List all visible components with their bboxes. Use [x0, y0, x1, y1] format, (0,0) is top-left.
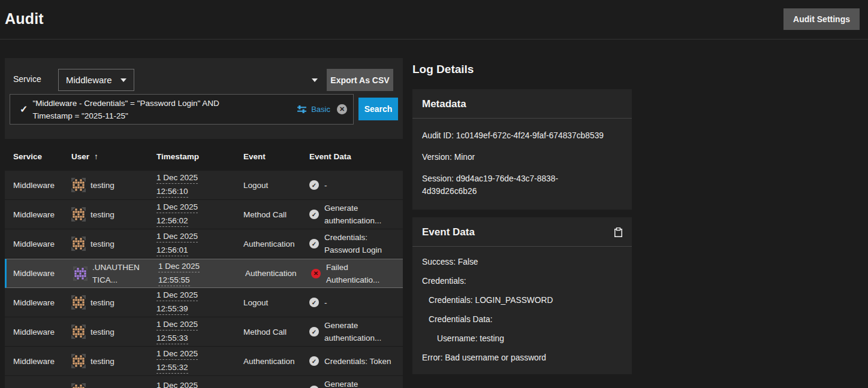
cell-timestamp: 1 Dec 2025 12:56:01 — [156, 230, 243, 257]
user-name: testing — [91, 208, 141, 221]
table-row[interactable]: Middleware testing 1 Dec 2025 12:56:01 A… — [5, 229, 403, 259]
cell-user: testing — [71, 354, 156, 368]
status-icon: ✓ — [309, 327, 319, 337]
event-data-text: Credentials: Token — [324, 355, 391, 368]
table-row[interactable]: Middleware testing 1 Dec 2025 12:55:32 A… — [5, 347, 403, 376]
table-row[interactable]: Middleware testing 1 Dec 2025 12:56:02 M… — [5, 200, 403, 229]
timestamp-time[interactable]: 12:56:01 — [156, 245, 188, 256]
timestamp-date[interactable]: 1 Dec 2025 — [156, 231, 198, 242]
cell-service: Middleware — [7, 269, 73, 278]
cell-event: Authentication — [243, 238, 309, 250]
cell-event-data: ✕ Failed Authenticatio... — [311, 261, 403, 286]
table-row[interactable]: Middleware testing 1 Dec 2025 12:55:39 L… — [5, 288, 403, 317]
table-row[interactable]: Middleware testing 1 Dec 2025 12:55:33 M… — [5, 317, 403, 347]
event-data-body: Success: FalseCredentials:Credentials: L… — [412, 247, 632, 374]
metadata-audit-id: Audit ID: 1c0149ef-672c-4f24-9faf-674837… — [422, 129, 622, 142]
timestamp-time[interactable]: 12:56:02 — [156, 216, 188, 227]
column-header-service[interactable]: Service — [5, 152, 71, 161]
query-valid-check-icon: ✓ — [20, 104, 28, 115]
column-header-user[interactable]: User ↑ — [71, 152, 156, 161]
table-header-row: Service User ↑ Timestamp Event Event Dat… — [5, 143, 403, 171]
search-button[interactable]: Search — [358, 98, 398, 120]
metadata-session: Session: d9d4ac19-76de-43c7-8838-4d39d26… — [422, 172, 591, 198]
service-select-value: Middleware — [66, 75, 112, 85]
column-header-event[interactable]: Event — [243, 150, 309, 163]
timestamp-date[interactable]: 1 Dec 2025 — [156, 202, 198, 213]
status-icon: ✓ — [309, 180, 319, 190]
service-select[interactable]: Middleware — [58, 69, 134, 91]
timestamp-date[interactable]: 1 Dec 2025 — [156, 290, 198, 301]
event-data-line: Error: Bad username or password — [422, 353, 622, 362]
user-identicon-icon — [71, 207, 86, 222]
cell-service: Middleware — [5, 328, 71, 337]
metadata-title: Metadata — [422, 98, 466, 110]
cell-event: Method Call — [243, 208, 309, 221]
column-header-event-data[interactable]: Event Data — [309, 152, 403, 161]
table-body: Middleware testing 1 Dec 2025 12:56:10 L… — [5, 171, 403, 388]
log-details-title: Log Details — [412, 63, 632, 76]
audit-settings-button[interactable]: Audit Settings — [783, 8, 860, 30]
cell-event-data: ✓ Credentials: Token — [309, 355, 403, 368]
settings-adjust-icon[interactable] — [297, 104, 307, 114]
export-csv-button[interactable]: Export As CSV — [327, 69, 393, 91]
query-mode-toggle[interactable]: Basic — [311, 105, 330, 114]
timestamp-time[interactable]: 12:55:55 — [158, 275, 190, 286]
chevron-down-icon — [120, 78, 126, 82]
cell-service: Middleware — [5, 386, 71, 388]
cell-user: testing — [71, 178, 156, 192]
timestamp-date[interactable]: 1 Dec 2025 — [156, 172, 198, 184]
page-title: Audit — [5, 10, 44, 28]
event-data-text: Generate authentication... — [324, 319, 395, 344]
cell-service: Middleware — [5, 210, 71, 219]
cell-event: Method Call — [243, 326, 309, 338]
user-identicon-icon — [71, 325, 86, 339]
cell-event: Logout — [243, 179, 309, 192]
status-icon: ✓ — [309, 356, 319, 366]
log-details-panel: Log Details Metadata Audit ID: 1c0149ef-… — [412, 63, 632, 382]
table-row[interactable]: Middleware .UNAUTHENTICA... 1 Dec 2025 1… — [5, 259, 403, 288]
cell-event-data: ✓ Generate authentication... — [309, 378, 403, 388]
timestamp-time[interactable]: 12:55:33 — [156, 333, 188, 344]
status-icon: ✓ — [309, 386, 319, 388]
secondary-filter-select[interactable] — [139, 69, 323, 91]
event-data-text: Generate authentication... — [324, 202, 395, 227]
cell-event-data: ✓ Generate authentication... — [309, 319, 403, 344]
status-icon: ✓ — [309, 239, 319, 248]
timestamp-date[interactable]: 1 Dec 2025 — [156, 380, 198, 388]
user-name: testing — [91, 296, 141, 309]
cell-user: .UNAUTHENTICA... — [73, 261, 158, 286]
timestamp-date[interactable]: 1 Dec 2025 — [156, 348, 198, 360]
timestamp-time[interactable]: 12:55:32 — [156, 362, 188, 374]
cell-service: Middleware — [5, 240, 71, 248]
cell-timestamp: 1 Dec 2025 12:55:33 — [156, 318, 243, 345]
search-query-text[interactable]: "Middleware - Credentials" = "Password L… — [32, 97, 242, 122]
event-data-line: Success: False — [422, 257, 622, 266]
event-data-text: - — [324, 296, 327, 309]
timestamp-date[interactable]: 1 Dec 2025 — [158, 261, 200, 272]
search-query-box[interactable]: ✓ "Middleware - Credentials" = "Password… — [10, 94, 354, 125]
status-icon: ✓ — [309, 210, 319, 219]
timestamp-time[interactable]: 12:56:10 — [156, 186, 188, 198]
event-data-line: Credentials Data: — [422, 315, 622, 324]
cell-timestamp: 1 Dec 2025 12:55:55 — [158, 260, 245, 287]
event-data-line: Credentials: — [422, 277, 622, 286]
table-row[interactable]: Middleware testing 1 Dec 2025 12:56:10 L… — [5, 171, 403, 200]
table-row[interactable]: Middleware testing 1 Dec 2025 Method Cal… — [5, 376, 403, 388]
event-data-text: Failed Authenticatio... — [326, 261, 397, 286]
timestamp-date[interactable]: 1 Dec 2025 — [156, 319, 198, 331]
chevron-down-icon — [312, 78, 318, 82]
cell-service: Middleware — [5, 298, 71, 307]
column-header-timestamp[interactable]: Timestamp — [156, 152, 243, 161]
cell-user: testing — [71, 383, 156, 388]
event-data-text: Credentials: Password Login — [324, 231, 395, 256]
copy-clipboard-icon[interactable] — [614, 228, 622, 237]
cell-timestamp: 1 Dec 2025 12:55:32 — [156, 347, 243, 375]
app-header: Audit Audit Settings — [0, 0, 868, 40]
user-identicon-icon — [71, 237, 86, 251]
user-name: testing — [91, 355, 141, 368]
event-data-line: Credentials: LOGIN_PASSWORD — [422, 296, 622, 305]
cell-service: Middleware — [5, 181, 71, 190]
clear-query-icon[interactable]: ✕ — [337, 104, 347, 114]
audit-log-table: Service User ↑ Timestamp Event Event Dat… — [5, 143, 403, 388]
timestamp-time[interactable]: 12:55:39 — [156, 304, 188, 315]
